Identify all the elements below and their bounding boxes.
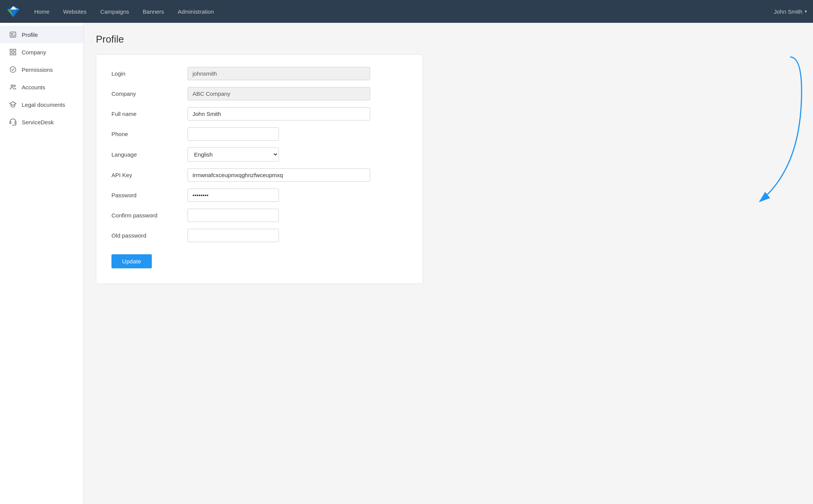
user-icon xyxy=(9,30,17,39)
svg-point-17 xyxy=(13,125,13,126)
update-button[interactable]: Update xyxy=(111,254,152,268)
input-phone[interactable] xyxy=(188,127,279,141)
graduation-cap-icon xyxy=(9,100,17,109)
navbar: Home Websites Campaigns Banners Administ… xyxy=(0,0,813,23)
field-row-api-key: API Key xyxy=(111,168,407,182)
page-layout: Profile Company Permissions xyxy=(0,23,813,504)
logo[interactable] xyxy=(6,4,21,19)
input-fullname[interactable] xyxy=(188,107,370,120)
sidebar-label-servicedesk: ServiceDesk xyxy=(22,119,54,125)
sidebar: Profile Company Permissions xyxy=(0,23,84,504)
svg-rect-16 xyxy=(15,122,16,124)
sidebar-item-servicedesk[interactable]: ServiceDesk xyxy=(0,113,83,131)
sidebar-item-permissions[interactable]: Permissions xyxy=(0,61,83,78)
svg-rect-9 xyxy=(14,53,16,55)
sidebar-label-company: Company xyxy=(22,49,46,55)
nav-banners[interactable]: Banners xyxy=(137,5,170,18)
sidebar-item-accounts[interactable]: Accounts xyxy=(0,78,83,96)
svg-rect-7 xyxy=(10,49,13,52)
input-company[interactable] xyxy=(188,87,370,100)
main-content: Profile Login Company Full name Phone xyxy=(84,23,813,504)
input-login[interactable] xyxy=(188,67,370,80)
sidebar-item-profile[interactable]: Profile xyxy=(0,26,83,43)
label-language: Language xyxy=(111,151,188,158)
sidebar-label-accounts: Accounts xyxy=(22,84,45,90)
svg-point-13 xyxy=(14,85,15,87)
label-login: Login xyxy=(111,70,188,77)
sidebar-item-company[interactable]: Company xyxy=(0,43,83,61)
input-confirm-password[interactable] xyxy=(188,209,279,222)
svg-rect-10 xyxy=(10,53,13,55)
nav-administration[interactable]: Administration xyxy=(172,5,220,18)
field-row-confirm-password: Confirm password xyxy=(111,209,407,222)
field-row-phone: Phone xyxy=(111,127,407,141)
user-menu[interactable]: John Smith ▾ xyxy=(774,8,807,15)
nav-websites[interactable]: Websites xyxy=(57,5,92,18)
building-icon xyxy=(9,48,17,56)
headset-icon xyxy=(9,118,17,126)
input-api-key[interactable] xyxy=(188,168,370,182)
users-icon xyxy=(9,83,17,91)
sidebar-label-legal-docs: Legal documents xyxy=(22,101,65,108)
label-fullname: Full name xyxy=(111,111,188,117)
label-company: Company xyxy=(111,90,188,97)
select-language[interactable]: English Deutsch Français Español xyxy=(188,147,279,162)
svg-rect-8 xyxy=(14,49,16,52)
sidebar-item-legal-docs[interactable]: Legal documents xyxy=(0,96,83,113)
sidebar-label-permissions: Permissions xyxy=(22,67,53,73)
field-row-password: Password xyxy=(111,189,407,202)
svg-marker-14 xyxy=(10,102,16,106)
svg-point-6 xyxy=(11,33,13,35)
nav-campaigns[interactable]: Campaigns xyxy=(94,5,135,18)
input-password[interactable] xyxy=(188,189,279,202)
field-row-company: Company xyxy=(111,87,407,100)
annotation-arrow xyxy=(691,53,805,213)
svg-rect-15 xyxy=(10,122,11,124)
field-row-old-password: Old password xyxy=(111,229,407,242)
svg-rect-5 xyxy=(10,32,16,37)
nav-links: Home Websites Campaigns Banners Administ… xyxy=(28,5,774,18)
svg-point-11 xyxy=(10,67,16,73)
profile-form-card: Login Company Full name Phone Language xyxy=(96,54,423,284)
field-row-language: Language English Deutsch Français Españo… xyxy=(111,147,407,162)
page-title: Profile xyxy=(96,33,801,45)
field-row-login: Login xyxy=(111,67,407,80)
nav-home[interactable]: Home xyxy=(28,5,56,18)
chevron-down-icon: ▾ xyxy=(805,9,807,14)
label-confirm-password: Confirm password xyxy=(111,212,188,219)
check-circle-icon xyxy=(9,65,17,74)
label-api-key: API Key xyxy=(111,172,188,178)
label-password: Password xyxy=(111,192,188,198)
input-old-password[interactable] xyxy=(188,229,279,242)
sidebar-label-profile: Profile xyxy=(22,32,38,38)
label-phone: Phone xyxy=(111,131,188,137)
user-name: John Smith xyxy=(774,8,802,15)
svg-point-12 xyxy=(11,85,13,87)
label-old-password: Old password xyxy=(111,232,188,239)
field-row-fullname: Full name xyxy=(111,107,407,120)
